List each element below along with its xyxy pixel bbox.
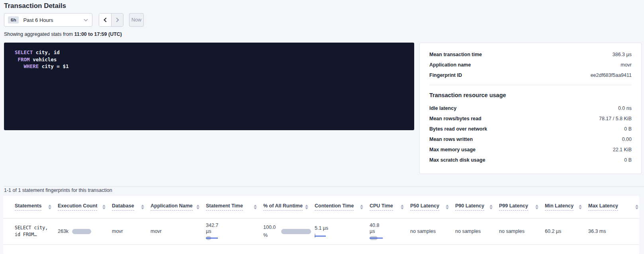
transaction-summary-card: Mean transaction time 386.3 µs Applicati… (419, 43, 642, 174)
contention-time-bar (315, 234, 327, 238)
aggregated-stats-caption: Showing aggregated stats from 11:00 to 1… (4, 31, 122, 37)
column-header-runtime-pct[interactable]: % of All Runtime (263, 196, 315, 218)
column-header-max-latency[interactable]: Max Latency (588, 196, 639, 218)
now-button[interactable]: Now (129, 13, 144, 27)
sort-icon (535, 205, 538, 209)
resource-value: 0 B (624, 157, 632, 163)
min-latency-cell: 60.2 µs (545, 218, 588, 244)
column-header-p50-latency[interactable]: P50 Latency (410, 196, 455, 218)
sort-icon (401, 205, 404, 209)
transaction-details-page: Transaction Details 6h Past 6 Hours Now … (0, 0, 644, 254)
execution-count-bar (72, 229, 91, 234)
sort-icon (254, 205, 257, 209)
contention-time-cell: 5.1 µs (315, 218, 370, 244)
column-header-execution-count[interactable]: Execution Count (58, 196, 112, 218)
interval-badge: 6h (8, 16, 19, 23)
resource-row: Mean rows written 0.00 (429, 137, 632, 143)
column-header-p99-latency[interactable]: P99 Latency (499, 196, 545, 218)
sql-line: SELECT city, id (15, 49, 414, 56)
sort-icon (489, 205, 493, 209)
sql-line: FROM vehicles (15, 56, 414, 63)
resource-row: Bytes read over network 0 B (429, 126, 632, 132)
summary-value: 386.3 µs (613, 52, 632, 58)
summary-value: movr (621, 62, 632, 68)
statement-time-cell: 342.7 µs (206, 218, 263, 244)
p99-latency-cell: no samples (499, 218, 545, 244)
sort-icon (141, 205, 144, 209)
sort-icon (48, 205, 51, 209)
statement-time-bar (206, 236, 218, 240)
column-header-statement-time[interactable]: Statement Time (206, 196, 263, 218)
time-range-pager (99, 13, 123, 27)
resource-value: 0.0 ns (618, 106, 632, 111)
resource-value: 78.17 / 5.8 KiB (599, 116, 632, 122)
caption-range: 11:00 to 17:59 (UTC) (74, 31, 122, 37)
summary-row: Application name movr (429, 62, 632, 68)
sql-statement-box: SELECT city, id FROM vehicles WHERE city… (4, 43, 414, 130)
chevron-right-icon (114, 18, 119, 22)
resource-label: Bytes read over network (429, 126, 487, 132)
column-header-database[interactable]: Database (112, 196, 151, 218)
resource-label: Max scratch disk usage (429, 157, 485, 163)
resource-row: Idle latency 0.0 ns (429, 106, 632, 111)
max-latency-cell: 36.3 ms (588, 218, 639, 244)
statement-row: SELECT city, id FROM… 263k movr movr 342… (3, 218, 639, 244)
summary-label: Application name (429, 62, 471, 68)
resource-value: 0 B (624, 126, 632, 132)
column-header-application-name[interactable]: Application Name (151, 196, 206, 218)
execution-count-cell: 263k (58, 218, 112, 244)
sort-icon (579, 205, 582, 209)
resource-label: Max memory usage (429, 147, 476, 153)
column-header-contention-time[interactable]: Contention Time (315, 196, 370, 218)
runtime-pct-cell: 100.0% (263, 218, 315, 244)
summary-value: ee2df683f5aa9411 (591, 72, 632, 78)
section-divider (4, 186, 644, 187)
resource-value: 22.1 KiB (613, 147, 632, 153)
sort-icon (635, 205, 638, 209)
table-header-row: Statements Execution Count Database Appl… (3, 196, 639, 218)
column-header-p90-latency[interactable]: P90 Latency (455, 196, 499, 218)
chevron-left-icon (104, 18, 108, 22)
column-header-min-latency[interactable]: Min Latency (545, 196, 588, 218)
resource-usage-heading: Transaction resource usage (429, 92, 632, 98)
resource-label: Mean rows/bytes read (429, 116, 482, 122)
p50-latency-cell: no samples (410, 218, 455, 244)
divider (429, 85, 632, 85)
previous-range-button[interactable] (99, 14, 111, 26)
page-title: Transaction Details (4, 2, 66, 10)
next-range-button[interactable] (111, 14, 123, 26)
sort-icon (102, 205, 106, 209)
application-name-cell: movr (151, 218, 206, 244)
cpu-time-bar (370, 236, 383, 240)
chevron-down-icon (84, 17, 88, 21)
column-header-cpu-time[interactable]: CPU Time (370, 196, 410, 218)
statements-table: Statements Execution Count Database Appl… (3, 196, 639, 245)
sort-icon (196, 205, 200, 209)
resource-label: Mean rows written (429, 137, 473, 143)
summary-row: Mean transaction time 386.3 µs (429, 52, 632, 58)
statement-link[interactable]: SELECT city, id FROM… (15, 225, 48, 237)
summary-label: Mean transaction time (429, 52, 482, 58)
p90-latency-cell: no samples (455, 218, 499, 244)
sort-icon (360, 205, 363, 209)
sort-icon (305, 205, 308, 209)
runtime-pct-bar (281, 229, 311, 234)
sql-line: WHERE city = $1 (15, 63, 414, 70)
resource-value: 0.00 (622, 137, 632, 143)
time-range-dropdown[interactable]: 6h Past 6 Hours (4, 13, 92, 27)
time-range-label: Past 6 Hours (23, 17, 53, 23)
cpu-time-cell: 40.8 µs (370, 218, 410, 244)
summary-label: Fingerprint ID (429, 72, 462, 78)
sort-icon (446, 205, 449, 209)
summary-row: Fingerprint ID ee2df683f5aa9411 (429, 72, 632, 78)
resource-label: Idle latency (429, 106, 456, 111)
resource-row: Max memory usage 22.1 KiB (429, 147, 632, 153)
fingerprints-count-caption: 1-1 of 1 statement fingerprints for this… (4, 188, 112, 193)
statements-table-card: Statements Execution Count Database Appl… (3, 196, 639, 254)
resource-row: Mean rows/bytes read 78.17 / 5.8 KiB (429, 116, 632, 122)
resource-row: Max scratch disk usage 0 B (429, 157, 632, 163)
time-controls: 6h Past 6 Hours Now (4, 13, 144, 27)
database-cell: movr (112, 218, 151, 244)
column-header-statements[interactable]: Statements (3, 196, 58, 218)
caption-prefix: Showing aggregated stats from (4, 31, 74, 37)
